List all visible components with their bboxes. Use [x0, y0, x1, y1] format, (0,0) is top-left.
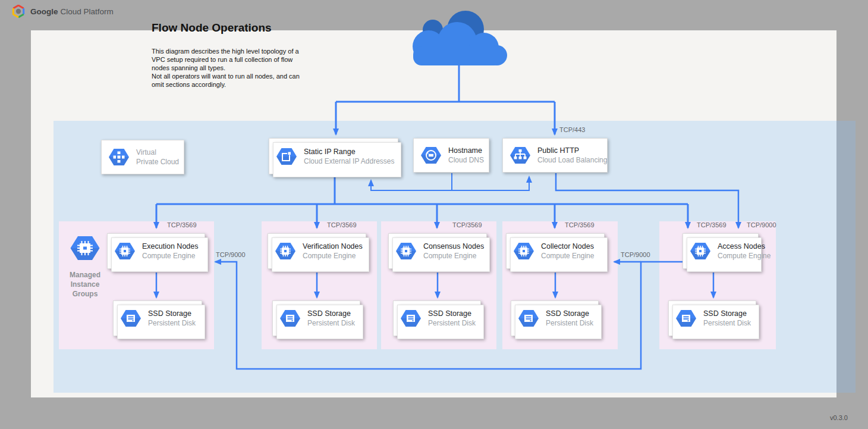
public-http-card: Public HTTP Cloud Load Balancing [502, 138, 608, 173]
execution-ssd-title: SSD Storage [148, 309, 196, 318]
compute-engine-icon [690, 242, 711, 261]
collector-ssd-card: SSD Storage Persistent Disk [511, 300, 599, 336]
port-label-tcp3569-execution: TCP/3569 [167, 221, 197, 228]
diagram-stage: GoogleCloud Platform Flow Node Operation… [0, 0, 868, 429]
verification-nodes-subtitle: Compute Engine [303, 251, 363, 261]
compute-engine-icon [275, 242, 296, 261]
collector-ssd-title: SSD Storage [546, 309, 593, 318]
hostname-card: Hostname Cloud DNS [413, 138, 489, 173]
verification-ssd-card: SSD Storage Persistent Disk [272, 300, 360, 336]
google-cloud-logo-icon [12, 5, 25, 18]
compute-engine-icon [114, 242, 136, 261]
consensus-ssd-title: SSD Storage [428, 309, 476, 318]
consensus-ssd-subtitle: Persistent Disk [428, 318, 476, 328]
collector-nodes-subtitle: Compute Engine [541, 251, 594, 261]
persistent-disk-icon [675, 309, 697, 328]
access-ssd-card: SSD Storage Persistent Disk [668, 300, 756, 336]
port-label-tcp9000-collector: TCP/9000 [621, 251, 650, 258]
external-ip-icon [276, 147, 297, 166]
virtual-private-cloud-card: Virtual Private Cloud [101, 140, 184, 174]
hostname-title: Hostname [448, 146, 484, 155]
vpc-card-line2: Private Cloud [136, 157, 179, 167]
consensus-ssd-card: SSD Storage Persistent Disk [393, 300, 481, 336]
public-http-title: Public HTTP [537, 146, 607, 155]
execution-nodes-title: Execution Nodes [142, 242, 199, 251]
port-label-tcp3569-collector: TCP/3569 [565, 221, 595, 228]
virtual-private-cloud-icon [108, 148, 130, 167]
port-label-tcp3569-access: TCP/3569 [697, 221, 727, 228]
consensus-nodes-subtitle: Compute Engine [423, 251, 484, 261]
compute-engine-icon [395, 242, 417, 261]
access-ssd-subtitle: Persistent Disk [703, 318, 751, 328]
cloud-icon [406, 10, 513, 67]
collector-nodes-title: Collector Nodes [541, 242, 594, 251]
collector-ssd-subtitle: Persistent Disk [546, 318, 593, 328]
access-nodes-subtitle: Compute Engine [718, 251, 770, 261]
consensus-nodes-title: Consensus Nodes [423, 242, 484, 251]
verification-ssd-subtitle: Persistent Disk [307, 318, 355, 328]
managed-instance-groups-icon [70, 234, 100, 262]
version-label: v0.3.0 [830, 414, 848, 421]
access-nodes-title: Access Nodes [718, 242, 770, 251]
load-balancing-icon [510, 146, 531, 165]
collector-nodes-card: Collector Nodes Compute Engine [506, 233, 605, 269]
public-http-subtitle: Cloud Load Balancing [537, 155, 607, 165]
hostname-subtitle: Cloud DNS [448, 155, 484, 165]
brand-secondary: Cloud Platform [61, 7, 114, 16]
access-nodes-card: Access Nodes Compute Engine [683, 233, 759, 269]
execution-ssd-card: SSD Storage Persistent Disk [113, 300, 202, 336]
port-label-tcp443: TCP/443 [559, 126, 585, 133]
access-ssd-title: SSD Storage [703, 309, 751, 318]
compute-engine-icon [513, 242, 534, 261]
execution-nodes-card: Execution Nodes Compute Engine [107, 233, 205, 269]
brand-primary: Google [30, 7, 58, 16]
verification-nodes-title: Verification Nodes [303, 242, 363, 251]
page-description: This diagram describes the high level to… [152, 47, 321, 89]
execution-ssd-subtitle: Persistent Disk [148, 318, 196, 328]
persistent-disk-icon [279, 309, 301, 328]
brand-header: GoogleCloud Platform [12, 5, 114, 18]
static-ip-title: Static IP Range [304, 147, 395, 156]
verification-ssd-title: SSD Storage [307, 309, 355, 318]
verification-nodes-card: Verification Nodes Compute Engine [268, 233, 366, 269]
port-label-tcp9000-execution: TCP/9000 [216, 251, 246, 258]
consensus-nodes-card: Consensus Nodes Compute Engine [388, 233, 487, 269]
port-label-tcp9000-access: TCP/9000 [747, 221, 776, 228]
persistent-disk-icon [518, 309, 539, 328]
port-label-tcp3569-consensus: TCP/3569 [452, 221, 482, 228]
brand-text: GoogleCloud Platform [30, 7, 114, 16]
static-ip-subtitle: Cloud External IP Addresses [304, 156, 395, 166]
execution-nodes-subtitle: Compute Engine [142, 251, 199, 261]
port-label-tcp3569-verification: TCP/3569 [327, 221, 357, 228]
persistent-disk-icon [120, 309, 141, 328]
persistent-disk-icon [400, 309, 422, 328]
cloud-dns-icon [420, 146, 442, 165]
page-title: Flow Node Operations [152, 21, 272, 35]
static-ip-range-card: Static IP Range Cloud External IP Addres… [269, 138, 398, 174]
vpc-card-line1: Virtual [136, 148, 179, 157]
managed-instance-groups-label: Managed Instance Groups [58, 270, 112, 299]
